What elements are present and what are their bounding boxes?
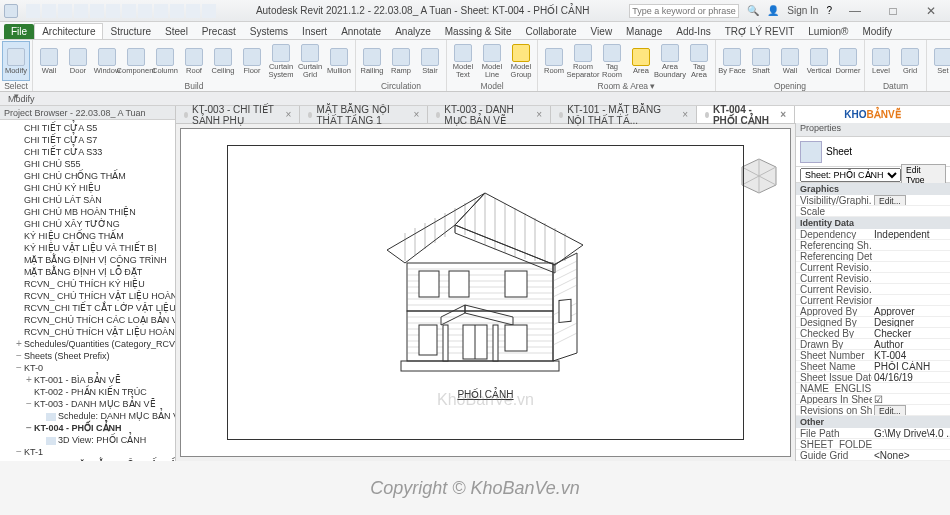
prop-row[interactable]: Drawn ByAuthor <box>796 339 950 350</box>
ribbon-area-button[interactable]: Area <box>627 41 655 81</box>
ribbon-modify-button[interactable]: Modify <box>2 41 30 81</box>
tree-item[interactable]: GHI CHÚ KÝ HIỆU <box>0 182 175 194</box>
tab-annotate[interactable]: Annotate <box>334 24 388 39</box>
ribbon-mullion-button[interactable]: Mullion <box>325 41 353 81</box>
prop-group-header[interactable]: Other <box>796 416 950 428</box>
prop-row[interactable]: Visibility/Graphi...Edit... <box>796 195 950 206</box>
ribbon-ramp-button[interactable]: Ramp <box>387 41 415 81</box>
ribbon-wall-button[interactable]: Wall <box>776 41 804 81</box>
qat-redo-icon[interactable] <box>74 4 88 18</box>
prop-group-header[interactable]: Identity Data <box>796 217 950 229</box>
prop-value[interactable]: Author <box>872 339 950 349</box>
ribbon-room-button[interactable]: Room <box>540 41 568 81</box>
tree-item[interactable]: GHI CHÚ MB HOÀN THIỆN <box>0 206 175 218</box>
qat-switch-icon[interactable] <box>186 4 200 18</box>
prop-value[interactable]: KT-004 <box>872 350 950 360</box>
tab-massing-site[interactable]: Massing & Site <box>438 24 519 39</box>
ribbon-stair-button[interactable]: Stair <box>416 41 444 81</box>
close-tab-icon[interactable]: × <box>780 109 786 120</box>
prop-row[interactable]: Referencing Sh... <box>796 240 950 251</box>
close-tab-icon[interactable]: × <box>682 109 688 120</box>
prop-value[interactable] <box>872 295 950 305</box>
ribbon-curtain-system-button[interactable]: Curtain System <box>267 41 295 81</box>
prop-row[interactable]: Current Revisio... <box>796 273 950 284</box>
ribbon-wall-button[interactable]: Wall <box>35 41 63 81</box>
tab-structure[interactable]: Structure <box>103 24 158 39</box>
prop-value[interactable]: Approver <box>872 306 950 316</box>
window-max[interactable]: □ <box>878 4 908 18</box>
tree-item[interactable]: +Schedules/Quantities (Category_RCVN) <box>0 338 175 350</box>
prop-row[interactable]: Checked ByChecker <box>796 328 950 339</box>
tab-lumion-[interactable]: Lumion® <box>801 24 855 39</box>
doc-tab[interactable]: KT-003 - DANH MỤC BẢN VẼ× <box>428 106 551 123</box>
qat-align-icon[interactable] <box>122 4 136 18</box>
ribbon-dormer-button[interactable]: Dormer <box>834 41 862 81</box>
tree-item[interactable]: RCVN_CHI TIẾT CẮT LỚP VẬT LIỆU <box>0 302 175 314</box>
tab-analyze[interactable]: Analyze <box>388 24 438 39</box>
tab-precast[interactable]: Precast <box>195 24 243 39</box>
prop-value[interactable] <box>872 240 950 250</box>
prop-edit-button[interactable]: Edit... <box>874 405 906 415</box>
ribbon-tag-area-button[interactable]: Tag Area <box>685 41 713 81</box>
prop-value[interactable]: G:\My Drive\4.0 ... <box>872 428 950 438</box>
user-icon[interactable]: 👤 <box>767 5 779 16</box>
prop-row[interactable]: Appears In Shee...☑ <box>796 394 950 405</box>
close-tab-icon[interactable]: × <box>536 109 542 120</box>
tree-item[interactable]: KT-002 - PHẦN KIẾN TRÚC <box>0 386 175 398</box>
search-input[interactable] <box>629 4 739 18</box>
prop-row[interactable]: Revisions on Sh...Edit... <box>796 405 950 416</box>
tab-manage[interactable]: Manage <box>619 24 669 39</box>
window-min[interactable]: — <box>840 4 870 18</box>
prop-row[interactable]: Sheet Issue Date04/16/19 <box>796 372 950 383</box>
ribbon-column-button[interactable]: Column <box>151 41 179 81</box>
ribbon-window-button[interactable]: Window <box>93 41 121 81</box>
prop-value[interactable]: Edit... <box>872 405 950 415</box>
ribbon-ceiling-button[interactable]: Ceiling <box>209 41 237 81</box>
tab-collaborate[interactable]: Collaborate <box>518 24 583 39</box>
qat-section-icon[interactable] <box>138 4 152 18</box>
instance-select[interactable]: Sheet: PHỐI CẢNH <box>800 168 901 182</box>
prop-row[interactable]: Current Revision <box>796 295 950 306</box>
ribbon-roof-button[interactable]: Roof <box>180 41 208 81</box>
ribbon-tag-room-button[interactable]: Tag Room <box>598 41 626 81</box>
ribbon-component-button[interactable]: Component <box>122 41 150 81</box>
signin-link[interactable]: Sign In <box>787 5 818 16</box>
doc-tab[interactable]: MẶT BẰNG NỘI THẤT TẦNG 1× <box>300 106 428 123</box>
prop-row[interactable]: Designed ByDesigner <box>796 317 950 328</box>
tree-item[interactable]: Schedule: DANH MỤC BẢN VẼ KIẾN TRÚC <box>0 410 175 422</box>
ribbon-vertical-button[interactable]: Vertical <box>805 41 833 81</box>
ribbon-floor-button[interactable]: Floor <box>238 41 266 81</box>
prop-value[interactable] <box>872 251 950 261</box>
qat-dropdown-icon[interactable] <box>202 4 216 18</box>
ribbon-model-group-button[interactable]: Model Group <box>507 41 535 81</box>
prop-value[interactable]: Independent <box>872 229 950 239</box>
prop-row[interactable]: NAME_ENGLISH <box>796 383 950 394</box>
prop-value[interactable] <box>872 206 950 216</box>
tree-item[interactable]: MẶT BẰNG ĐỊNH VỊ CÔNG TRÌNH <box>0 254 175 266</box>
ribbon-level-button[interactable]: Level <box>867 41 895 81</box>
tree-item[interactable]: RCVN_CHÚ THÍCH VẬT LIỆU HOÀN THIỆN 2 <box>0 326 175 338</box>
qat-thin-lines-icon[interactable] <box>154 4 168 18</box>
tree-item[interactable]: KÝ HIỆU CHỐNG THẤM <box>0 230 175 242</box>
ribbon-model-text-button[interactable]: Model Text <box>449 41 477 81</box>
tree-item[interactable]: RCVN_CHÚ THÍCH CÁC LOẠI BẢN VẼ <box>0 314 175 326</box>
prop-value[interactable] <box>872 284 950 294</box>
prop-value[interactable]: Edit... <box>872 195 950 205</box>
doc-tab[interactable]: KT-101 - MẶT BẰNG NỘI THẤT TẦ...× <box>551 106 697 123</box>
ribbon-by-face-button[interactable]: By Face <box>718 41 746 81</box>
qat-print-icon[interactable] <box>90 4 104 18</box>
doc-tab[interactable]: KT-004 - PHỐI CẢNH× <box>697 106 795 123</box>
ribbon-model-line-button[interactable]: Model Line <box>478 41 506 81</box>
type-selector-box[interactable]: Sheet <box>796 137 950 167</box>
modify-dropdown[interactable]: Modify <box>8 94 35 104</box>
tree-item[interactable]: GHI CHÚ S55 <box>0 158 175 170</box>
tab-insert[interactable]: Insert <box>295 24 334 39</box>
prop-row[interactable]: DependencyIndependent <box>796 229 950 240</box>
tree-item[interactable]: CHI TIẾT CỬA S33 <box>0 146 175 158</box>
prop-value[interactable]: 04/16/19 <box>872 372 950 382</box>
tab-view[interactable]: View <box>584 24 620 39</box>
tab-modify[interactable]: Modify <box>855 24 898 39</box>
prop-value[interactable]: Designer <box>872 317 950 327</box>
prop-value[interactable] <box>872 439 950 449</box>
prop-row[interactable]: Current Revisio... <box>796 284 950 295</box>
